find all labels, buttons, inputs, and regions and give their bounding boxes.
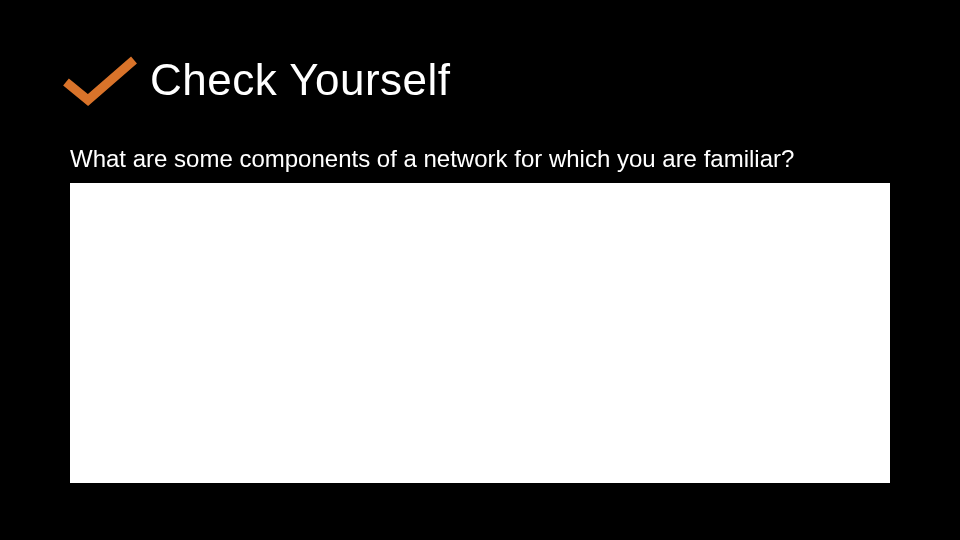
slide-header: Check Yourself bbox=[60, 50, 451, 109]
slide-title: Check Yourself bbox=[150, 55, 451, 105]
question-text: What are some components of a network fo… bbox=[70, 145, 890, 173]
answer-box bbox=[70, 183, 890, 483]
checkmark-icon bbox=[60, 54, 140, 109]
slide-content: What are some components of a network fo… bbox=[70, 145, 890, 483]
slide: Check Yourself What are some components … bbox=[0, 0, 960, 540]
